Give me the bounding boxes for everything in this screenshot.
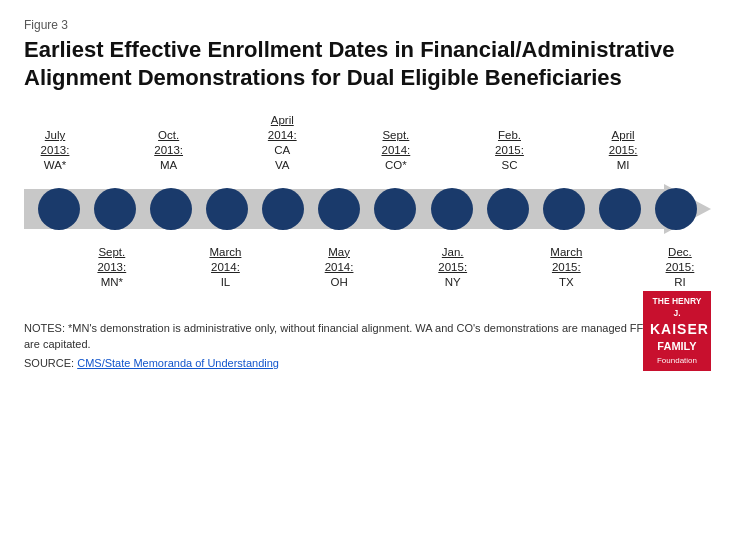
dot-3 xyxy=(206,188,248,230)
label-below-3: March2014: IL xyxy=(204,245,246,290)
logo-block: THE HENRY J. KAISER FAMILY Foundation xyxy=(643,291,711,371)
notes-text: NOTES: *MN's demonstration is administra… xyxy=(24,320,711,353)
source-prefix: SOURCE: xyxy=(24,357,77,369)
dot-6 xyxy=(374,188,416,230)
source-line: SOURCE: CMS/State Memoranda of Understan… xyxy=(24,355,711,372)
label-above-4: April2014: CAVA xyxy=(261,113,303,173)
label-below-5: May2014: OH xyxy=(318,245,360,290)
label-below-11: Dec.2015: RI xyxy=(659,245,701,290)
label-below-1: Sept.2013: MN* xyxy=(91,245,133,290)
timeline-section: July2013: WA* Oct.2013: MA April2014: CA… xyxy=(24,113,711,290)
label-above-6: Sept.2014: CO* xyxy=(375,128,417,173)
logo-line3: FAMILY xyxy=(650,339,704,354)
labels-below: Sept.2013: MN* March2014: IL May2014: OH… xyxy=(24,245,711,290)
dot-0 xyxy=(38,188,80,230)
dot-4 xyxy=(262,188,304,230)
logo-line2: KAISER xyxy=(650,320,704,340)
label-below-9: March2015: TX xyxy=(545,245,587,290)
logo-line1: THE HENRY J. xyxy=(650,296,704,320)
dot-8 xyxy=(487,188,529,230)
logo-line4: Foundation xyxy=(650,355,704,366)
label-above-10: April2015: MI xyxy=(602,128,644,173)
dot-2 xyxy=(150,188,192,230)
label-below-7: Jan.2015: NY xyxy=(432,245,474,290)
label-above-2: Oct.2013: MA xyxy=(148,128,190,173)
label-above-8: Feb.2015: SC xyxy=(489,128,531,173)
footer-notes: NOTES: *MN's demonstration is administra… xyxy=(24,320,711,372)
label-above-0: July2013: WA* xyxy=(34,128,76,173)
dot-1 xyxy=(94,188,136,230)
dot-7 xyxy=(431,188,473,230)
dot-11 xyxy=(655,188,697,230)
footer: NOTES: *MN's demonstration is administra… xyxy=(24,320,711,372)
dot-10 xyxy=(599,188,641,230)
arrow-container xyxy=(24,179,711,239)
logo-box: THE HENRY J. KAISER FAMILY Foundation xyxy=(643,291,711,371)
source-link[interactable]: CMS/State Memoranda of Understanding xyxy=(77,357,279,369)
labels-above: July2013: WA* Oct.2013: MA April2014: CA… xyxy=(24,113,711,173)
dot-5 xyxy=(318,188,360,230)
figure-label: Figure 3 xyxy=(24,18,711,32)
figure-title: Earliest Effective Enrollment Dates in F… xyxy=(24,36,711,91)
dot-9 xyxy=(543,188,585,230)
dots-row xyxy=(24,188,711,230)
